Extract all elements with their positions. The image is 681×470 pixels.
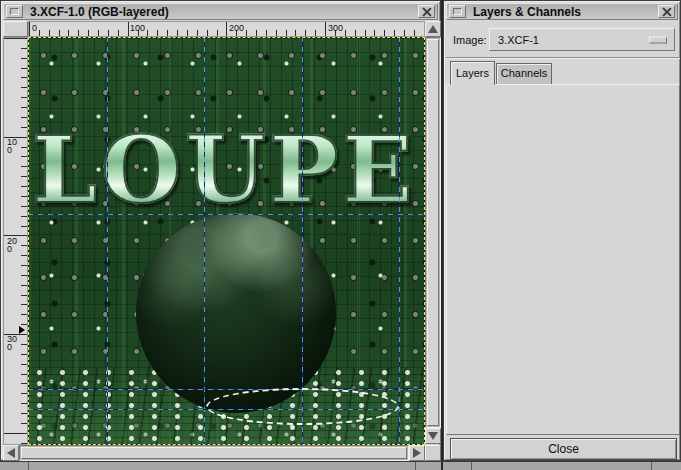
close-icon[interactable] — [418, 5, 435, 18]
window-menu-button[interactable] — [6, 5, 23, 18]
h-ruler-label: 0 — [32, 23, 37, 33]
tab-channels-label: Channels — [501, 67, 547, 79]
image-canvas[interactable]: LOUPE — [28, 37, 425, 445]
v-ruler-label: 300 — [7, 335, 17, 351]
up-arrow-icon — [428, 25, 438, 33]
frame-divider — [28, 462, 29, 470]
horizontal-ruler[interactable]: 0 100 200 300 — [28, 21, 425, 37]
image-select-value: 3.XCF-1 — [498, 34, 539, 46]
close-button-label: Close — [548, 442, 579, 456]
tab-layers-label: Layers — [456, 67, 489, 79]
layers-dialog-titlebar: Layers & Channels — [446, 3, 678, 20]
h-ruler-label: 200 — [229, 23, 244, 33]
image-select[interactable]: 3.XCF-1 — [489, 28, 675, 51]
close-icon[interactable] — [658, 5, 675, 18]
tab-layers[interactable]: Layers — [450, 61, 495, 85]
vertical-guide — [204, 37, 205, 445]
horizontal-guide — [28, 389, 425, 390]
image-window-titlebar: 3.XCF-1.0 (RGB-layered) — [3, 3, 438, 20]
canvas-title-text: LOUPE — [28, 127, 421, 213]
layers-dialog-title: Layers & Channels — [468, 5, 656, 19]
h-ruler-label: 300 — [328, 23, 343, 33]
frame-divider — [441, 462, 443, 470]
vertical-guide — [302, 37, 303, 445]
image-window-title: 3.XCF-1.0 (RGB-layered) — [25, 5, 416, 19]
horizontal-scrollbar[interactable] — [19, 445, 409, 461]
elliptical-selection — [206, 388, 399, 425]
horizontal-scrollbar-thumb[interactable] — [21, 447, 407, 459]
right-arrow-icon — [413, 448, 421, 458]
h-ruler-label: 100 — [130, 23, 145, 33]
vertical-guide — [107, 37, 108, 445]
scroll-down-button[interactable] — [425, 428, 441, 444]
frame-divider — [651, 462, 652, 470]
tab-channels[interactable]: Channels — [496, 63, 552, 85]
frame-divider — [415, 462, 416, 470]
separator — [446, 57, 680, 59]
canvas-sphere — [136, 213, 336, 413]
vertical-guide — [399, 37, 400, 445]
scroll-up-button[interactable] — [425, 21, 441, 37]
option-menu-indicator-icon — [649, 36, 667, 43]
vertical-scrollbar-thumb[interactable] — [427, 39, 439, 426]
close-button[interactable]: Close — [450, 438, 677, 460]
vertical-scrollbar[interactable] — [425, 37, 441, 428]
window-frame-bottom — [0, 461, 681, 470]
down-arrow-icon — [428, 432, 438, 440]
frame-divider — [471, 462, 472, 470]
scroll-right-button[interactable] — [409, 445, 425, 461]
ruler-origin-button[interactable] — [3, 21, 28, 37]
horizontal-guide — [28, 214, 425, 215]
ruler-position-marker — [19, 326, 25, 334]
vertical-ruler[interactable]: 100 200 300 — [3, 37, 28, 445]
layers-page — [446, 84, 680, 435]
scroll-left-button[interactable] — [3, 445, 19, 461]
left-arrow-icon — [7, 448, 15, 458]
image-window: 3.XCF-1.0 (RGB-layered) 0 100 200 300 10… — [0, 0, 441, 461]
v-ruler-label: 100 — [7, 138, 17, 154]
layers-dialog: Layers & Channels Image: 3.XCF-1 Layers … — [443, 0, 681, 461]
v-ruler-label: 200 — [7, 237, 17, 253]
window-menu-button[interactable] — [449, 5, 466, 18]
image-label: Image: — [453, 34, 487, 46]
resize-grip[interactable] — [425, 445, 441, 461]
